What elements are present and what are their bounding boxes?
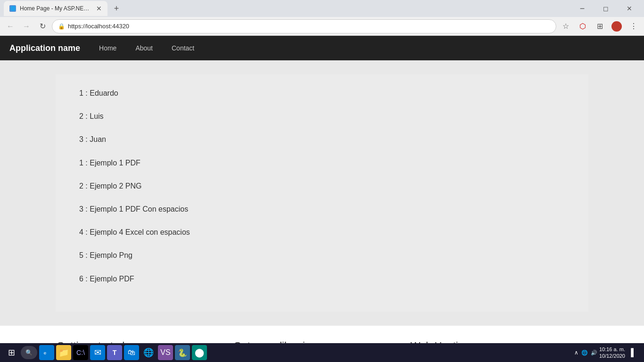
extension-icon[interactable]: ⬡ — [576, 20, 589, 33]
list-item: 1 : Ejemplo 1 PDF — [79, 158, 565, 167]
list-item: 4 : Ejemplo 4 Excel con espacios — [79, 228, 565, 237]
active-tab[interactable]: 🌐 Home Page - My ASP.NET Applic... ✕ — [4, 1, 107, 16]
list-item: 2 : Ejemplo 2 PNG — [79, 181, 565, 190]
nav-home[interactable]: Home — [94, 41, 121, 55]
content-box: 1 : Eduardo 2 : Luis 3 : Juan 1 : Ejempl… — [56, 74, 588, 312]
taskbar: ⊞ 🔍 e 📁 C:\ ✉ T 🛍 🌐 VS 🐍 ⬤ ∧ 🌐 🔊 10:16 a… — [0, 343, 644, 362]
list-item: 6 : Ejemplo PDF — [79, 274, 565, 283]
tab-title: Home Page - My ASP.NET Applic... — [20, 5, 92, 12]
start-button[interactable]: ⊞ — [4, 345, 19, 360]
list-item: 2 : Luis — [79, 112, 565, 121]
tab-favicon: 🌐 — [9, 5, 16, 12]
tray-network-icon: 🌐 — [581, 350, 588, 356]
list-item: 1 : Eduardo — [79, 89, 565, 98]
new-tab-button[interactable]: + — [109, 1, 124, 16]
taskbar-python[interactable]: 🐍 — [175, 345, 190, 360]
taskbar-tray: ∧ 🌐 🔊 — [574, 349, 597, 356]
taskbar-cmd[interactable]: C:\ — [73, 345, 88, 360]
tray-volume-icon: 🔊 — [591, 350, 597, 356]
taskbar-vs[interactable]: VS — [158, 345, 173, 360]
show-desktop-button[interactable]: ▌ — [627, 345, 640, 360]
lock-icon: 🔒 — [58, 23, 65, 30]
taskbar-teams[interactable]: T — [107, 345, 122, 360]
clock-time: 10:16 a. m. — [599, 346, 625, 353]
menu-button[interactable]: ⋮ — [627, 20, 640, 33]
toolbar-icons: ☆ ⬡ ⊞ ⋮ — [559, 20, 640, 33]
svg-text:e: e — [44, 350, 47, 355]
forward-button[interactable]: → — [20, 20, 33, 33]
address-bar[interactable]: 🔒 https://localhost:44320 — [52, 19, 556, 33]
search-icon: 🔍 — [25, 349, 33, 356]
reload-button[interactable]: ↻ — [36, 20, 49, 33]
tab-close-button[interactable]: ✕ — [96, 5, 102, 12]
list-item: 3 : Juan — [79, 135, 565, 144]
taskbar-edge2[interactable]: 🌐 — [141, 345, 156, 360]
taskbar-mail[interactable]: ✉ — [90, 345, 105, 360]
app-brand[interactable]: Application name — [9, 43, 80, 53]
nav-contact[interactable]: Contact — [167, 41, 199, 55]
taskbar-file-explorer[interactable]: 📁 — [56, 345, 71, 360]
main-container: 1 : Eduardo 2 : Luis 3 : Juan 1 : Ejempl… — [0, 60, 644, 326]
nav-about[interactable]: About — [131, 41, 157, 55]
close-button[interactable]: ✕ — [619, 1, 640, 16]
list-item: 5 : Ejemplo Png — [79, 251, 565, 260]
profile-icon[interactable] — [610, 20, 623, 33]
tab-bar: 🌐 Home Page - My ASP.NET Applic... ✕ + −… — [0, 0, 644, 17]
taskbar-store[interactable]: 🛍 — [124, 345, 139, 360]
restore-button[interactable]: ◻ — [595, 1, 617, 16]
clock-date: 10/12/2020 — [599, 353, 625, 359]
favorites-icon[interactable]: ☆ — [559, 20, 572, 33]
list-item: 3 : Ejemplo 1 PDF Con espacios — [79, 205, 565, 214]
app-navbar: Application name Home About Contact — [0, 36, 644, 60]
browser-window: 🌐 Home Page - My ASP.NET Applic... ✕ + −… — [0, 0, 644, 362]
taskbar-edge3[interactable]: ⬤ — [192, 345, 207, 360]
back-button[interactable]: ← — [4, 20, 17, 33]
collections-icon[interactable]: ⊞ — [593, 20, 606, 33]
taskbar-search[interactable]: 🔍 — [21, 346, 37, 359]
taskbar-clock[interactable]: 10:16 a. m. 10/12/2020 — [599, 346, 625, 360]
minimize-button[interactable]: − — [571, 1, 593, 16]
browser-toolbar: ← → ↻ 🔒 https://localhost:44320 ☆ ⬡ ⊞ ⋮ — [0, 17, 644, 36]
taskbar-edge[interactable]: e — [39, 345, 54, 360]
tray-expand-icon[interactable]: ∧ — [574, 349, 578, 356]
url-text: https://localhost:44320 — [68, 23, 550, 30]
